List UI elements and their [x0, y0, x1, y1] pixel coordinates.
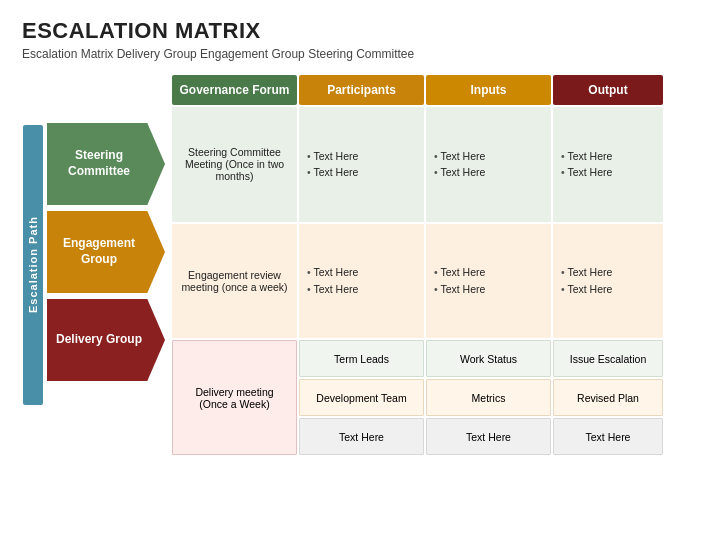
- matrix-area: Escalation Path Steering Committee Engag…: [22, 75, 698, 455]
- steering-arrow-item: Steering Committee: [46, 123, 166, 205]
- page-title: ESCALATION MATRIX: [22, 18, 698, 44]
- steering-participants-list: Text Here Text Here: [307, 148, 416, 182]
- delivery-output-col: Issue Escalation Revised Plan Text Here: [553, 340, 663, 455]
- escalation-path-column: Escalation Path: [22, 75, 44, 455]
- delivery-output-sub-3: Text Here: [553, 418, 663, 455]
- engagement-inputs-cell: Text Here Text Here: [426, 224, 551, 339]
- delivery-inputs-sub-2: Metrics: [426, 379, 551, 416]
- delivery-participants-sub-2: Development Team: [299, 379, 424, 416]
- engagement-arrow: Engagement Group: [47, 211, 165, 293]
- header-governance: Governance Forum: [172, 75, 297, 105]
- steering-participants-cell: Text Here Text Here: [299, 107, 424, 222]
- engagement-inputs-list: Text Here Text Here: [434, 264, 543, 298]
- steering-inputs-list: Text Here Text Here: [434, 148, 543, 182]
- table-row-steering: Steering Committee Meeting (Once in two …: [172, 107, 698, 222]
- engagement-output-cell: Text Here Text Here: [553, 224, 663, 339]
- list-item: Text Here: [561, 164, 655, 181]
- engagement-arrow-item: Engagement Group: [46, 211, 166, 293]
- header-participants: Participants: [299, 75, 424, 105]
- delivery-arrow-item: Delivery Group: [46, 299, 166, 381]
- engagement-participants-cell: Text Here Text Here: [299, 224, 424, 339]
- page-subtitle: Escalation Matrix Delivery Group Engagem…: [22, 47, 698, 61]
- delivery-inputs-sub-3: Text Here: [426, 418, 551, 455]
- delivery-arrow: Delivery Group: [47, 299, 165, 381]
- list-item: Text Here: [307, 281, 416, 298]
- steering-output-cell: Text Here Text Here: [553, 107, 663, 222]
- table-area: Governance Forum Participants Inputs Out…: [172, 75, 698, 455]
- table-row-delivery: Delivery meeting (Once a Week) Term Lead…: [172, 340, 698, 455]
- steering-inputs-cell: Text Here Text Here: [426, 107, 551, 222]
- header-inputs: Inputs: [426, 75, 551, 105]
- delivery-output-sub-2: Revised Plan: [553, 379, 663, 416]
- delivery-inputs-col: Work Status Metrics Text Here: [426, 340, 551, 455]
- delivery-participants-col: Term Leads Development Team Text Here: [299, 340, 424, 455]
- escalation-path-label: Escalation Path: [23, 125, 43, 405]
- steering-arrow: Steering Committee: [47, 123, 165, 205]
- header-output: Output: [553, 75, 663, 105]
- table-header: Governance Forum Participants Inputs Out…: [172, 75, 698, 105]
- engagement-output-list: Text Here Text Here: [561, 264, 655, 298]
- list-item: Text Here: [434, 148, 543, 165]
- list-item: Text Here: [434, 164, 543, 181]
- delivery-participants-sub-1: Term Leads: [299, 340, 424, 377]
- list-item: Text Here: [434, 281, 543, 298]
- engagement-governance-cell: Engagement review meeting (once a week): [172, 224, 297, 339]
- delivery-governance-cell: Delivery meeting (Once a Week): [172, 340, 297, 455]
- steering-output-list: Text Here Text Here: [561, 148, 655, 182]
- list-item: Text Here: [307, 164, 416, 181]
- list-item: Text Here: [307, 264, 416, 281]
- delivery-output-sub-1: Issue Escalation: [553, 340, 663, 377]
- arrows-column: Steering Committee Engagement Group Deli…: [46, 75, 166, 455]
- engagement-participants-list: Text Here Text Here: [307, 264, 416, 298]
- steering-governance-cell: Steering Committee Meeting (Once in two …: [172, 107, 297, 222]
- list-item: Text Here: [561, 281, 655, 298]
- list-item: Text Here: [434, 264, 543, 281]
- delivery-inputs-sub-1: Work Status: [426, 340, 551, 377]
- list-item: Text Here: [561, 264, 655, 281]
- delivery-participants-sub-3: Text Here: [299, 418, 424, 455]
- table-body: Steering Committee Meeting (Once in two …: [172, 107, 698, 455]
- page: ESCALATION MATRIX Escalation Matrix Deli…: [0, 0, 720, 540]
- list-item: Text Here: [307, 148, 416, 165]
- list-item: Text Here: [561, 148, 655, 165]
- table-row-engagement: Engagement review meeting (once a week) …: [172, 224, 698, 339]
